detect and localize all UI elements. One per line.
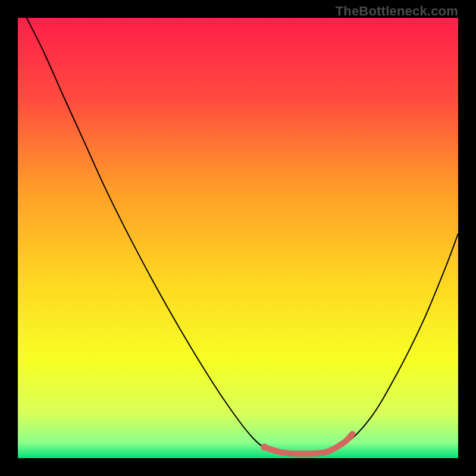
highlight-start-dot	[261, 444, 268, 451]
chart-svg	[18, 18, 458, 458]
chart-frame: TheBottleneck.com	[0, 0, 476, 476]
plot-area	[18, 18, 458, 458]
watermark-text: TheBottleneck.com	[336, 4, 458, 19]
gradient-background	[18, 18, 458, 458]
